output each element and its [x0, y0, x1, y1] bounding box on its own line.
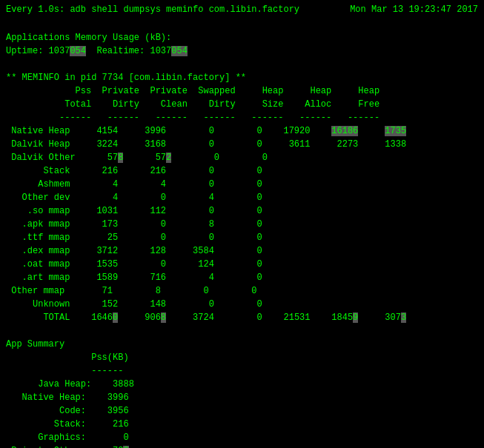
app-summary-graphics: Graphics: 0 — [6, 432, 129, 443]
row-stack: Stack 216 216 0 0 — [6, 166, 262, 176]
app-memory-label: Applications Memory Usage (kB): — [6, 33, 171, 43]
row-other-mmap: Other mmap 71 8 0 0 — [6, 286, 256, 296]
col-headers-2: Total Dirty Clean Dirty Size Alloc Free — [6, 99, 379, 110]
row-ashmem: Ashmem 4 4 0 0 — [6, 179, 262, 190]
meminfo-header: ** MEMINFO in pid 7734 [com.libin.factor… — [6, 73, 246, 83]
header-bar: Every 1.0s: adb shell dumpsys meminfo co… — [6, 4, 478, 15]
col-divider: ------ ------ ------ ------ ------ -----… — [6, 113, 379, 123]
row-total: TOTAL 16460 9068 3724 0 21531 18459 3073 — [6, 312, 406, 323]
uptime-highlight: 054 — [70, 46, 86, 56]
app-summary-native-heap: Native Heap: 3996 — [6, 392, 129, 403]
app-summary-divider: ------ — [6, 366, 123, 376]
row-ttf-mmap: .ttf mmap 25 0 0 0 — [6, 233, 262, 243]
uptime-line: Uptime: 1037054 Realtime: 1037054 — [6, 46, 188, 56]
app-summary-java-heap: Java Heap: 3888 — [6, 379, 134, 390]
terminal-window: Every 1.0s: adb shell dumpsys meminfo co… — [6, 4, 478, 448]
app-summary-label: App Summary — [6, 339, 64, 350]
col-headers-1: Pss Private Private Swapped Heap Heap He… — [6, 86, 379, 96]
row-unknown: Unknown 152 148 0 0 — [6, 299, 262, 310]
row-other-dev: Other dev 4 0 4 0 — [6, 193, 262, 203]
header-command: Every 1.0s: adb shell dumpsys meminfo co… — [6, 4, 299, 15]
row-oat-mmap: .oat mmap 1535 0 124 0 — [6, 259, 262, 270]
row-dalvik-other: Dalvik Other 578 572 0 0 — [6, 153, 268, 163]
header-timestamp: Mon Mar 13 19:23:47 2017 — [350, 4, 478, 15]
row-native-heap: Native Heap 4154 3996 0 0 17920 16186 17… — [6, 126, 406, 136]
row-art-mmap: .art mmap 1589 716 4 0 — [6, 273, 262, 283]
row-so-mmap: .so mmap 1031 112 0 0 — [6, 206, 262, 216]
row-dex-mmap: .dex mmap 3712 128 3584 0 — [6, 246, 262, 256]
realtime-highlight: 054 — [171, 46, 188, 56]
row-dalvik-heap: Dalvik Heap 3224 3168 0 0 3611 2273 1338 — [6, 139, 406, 150]
app-summary-col-header: Pss(KB) — [6, 352, 129, 363]
terminal-content: Applications Memory Usage (kB): Uptime: … — [6, 18, 478, 448]
app-summary-code: Code: 3956 — [6, 406, 129, 416]
app-summary-stack: Stack: 216 — [6, 419, 129, 429]
row-apk-mmap: .apk mmap 173 0 8 0 — [6, 219, 262, 230]
